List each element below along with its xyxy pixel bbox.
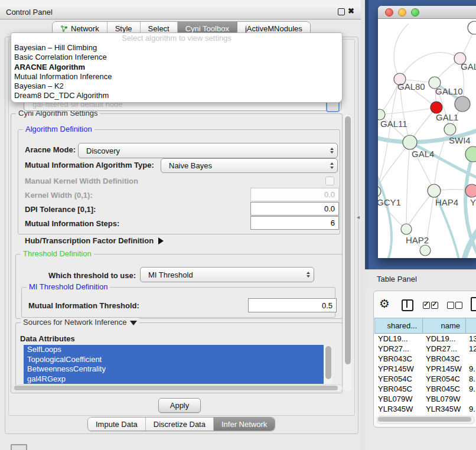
table-cell[interactable]: YBR045C [374,384,422,394]
gear-icon[interactable]: ⚙ [379,298,390,309]
attribute-item[interactable]: TopologicalCoefficient [24,355,324,365]
network-canvas[interactable]: GALGAL80GAL10GAL1GAL11SWI4GAL4GCY1HAP4YH… [378,19,476,258]
close-window-icon[interactable] [385,8,393,17]
network-node[interactable] [455,96,470,112]
new-table-icon[interactable] [471,297,476,311]
sources-group-title[interactable]: Sources for Network Inference [21,318,139,327]
table-cell[interactable]: YPR145W [374,364,422,374]
float-panel-icon[interactable] [338,8,345,15]
table-row[interactable]: YDR27...YDR27...12 [374,344,476,354]
dpi-tolerance-field[interactable]: 0.0 [250,202,339,216]
network-node[interactable] [444,123,456,135]
table-cell[interactable]: YLR345W [374,404,422,414]
manual-kernel-checkbox[interactable] [325,177,334,185]
table-cell[interactable]: YBL079W [422,394,465,404]
mi-steps-field[interactable]: 6 [250,216,339,230]
table-cell[interactable]: YLR345W [422,404,465,414]
attribute-item[interactable]: SelfLoops [24,345,324,355]
table-cell[interactable]: YDR27... [422,344,465,354]
tab-label: Style [115,24,132,33]
table-cell[interactable] [465,354,476,364]
table-cell[interactable]: YPR145W [422,364,465,374]
network-edge[interactable] [410,142,476,180]
close-panel-icon[interactable]: ✖ [348,6,354,15]
network-node[interactable] [428,184,441,197]
table-row[interactable]: YLR345WYLR345W9. [374,404,476,414]
table-cell[interactable]: 12 [465,344,476,354]
algorithm-option[interactable]: Basic Correlation Inference [11,53,342,62]
network-edge[interactable] [406,191,434,229]
table-cell[interactable]: 9. [465,364,476,374]
table-cell[interactable]: 9. [465,384,476,394]
column-header[interactable]: shared... [375,318,423,333]
column-header[interactable]: A [466,318,476,333]
panel-divider[interactable] [361,0,365,450]
table-cell[interactable]: 13 [465,334,476,344]
tab-infer-network[interactable]: Infer Network [214,418,275,431]
tab-discretize-data[interactable]: Discretize Data [146,418,214,431]
tab-impute-data[interactable]: Impute Data [88,418,146,431]
deselect-all-icon[interactable] [447,302,454,309]
table-cell[interactable]: 9. [465,404,476,414]
table-cell[interactable]: YBR045C [422,384,465,394]
table-row[interactable]: YPR145WYPR145W9. [374,364,476,374]
attribute-item[interactable]: BetweennessCentrality [24,364,324,374]
network-node[interactable] [420,245,431,256]
table-cell[interactable]: 8. [465,374,476,384]
algorithm-option[interactable]: Mutual Information Inference [11,72,342,81]
splitter-collapse-icon[interactable]: ◂ [357,214,360,220]
network-window-titlebar[interactable] [378,6,476,19]
table-cell[interactable]: YDL19... [374,334,422,344]
table-row[interactable]: YDL19...YDL19...13 [374,334,476,344]
network-edge[interactable] [378,168,392,258]
bottom-left-grip-icon[interactable] [11,444,27,450]
hub-definition-section[interactable]: Hub/Transcription Factor Definition [25,236,164,245]
minimize-window-icon[interactable] [398,8,406,17]
settings-hscrollbar-thumb[interactable] [14,386,338,390]
expand-right-icon[interactable] [158,237,164,244]
attribute-item[interactable]: gal4RGexp [24,374,324,384]
table-cell[interactable]: YDL19... [422,334,465,344]
split-columns-icon[interactable] [402,299,413,311]
network-edge[interactable] [378,79,400,191]
table-cell[interactable]: YER054C [422,374,465,384]
network-edge[interactable] [380,107,436,115]
attributes-scrollbar-thumb[interactable] [325,346,331,379]
table-row[interactable]: YBR043CYBR043C [374,354,476,364]
network-edge[interactable] [394,24,409,79]
collapse-down-icon[interactable] [130,321,137,325]
zoom-window-icon[interactable] [411,8,419,17]
mi-type-combobox[interactable]: Naive Bayes [161,158,338,173]
apply-button[interactable]: Apply [158,398,201,413]
algorithm-option[interactable]: Dream8 DC_TDC Algorithm [11,91,342,100]
table-row[interactable]: YBL079WYBL079W [374,394,476,404]
kernel-width-field[interactable]: 0.0 [250,188,339,201]
network-node[interactable] [431,102,442,113]
network-node[interactable] [465,146,476,162]
table-cell[interactable]: YDR27... [374,344,422,354]
select-all-check-icon[interactable] [423,302,430,309]
algorithm-option[interactable]: Bayesian – K2 [11,81,342,91]
algorithm-option[interactable]: ARACNE Algorithm [11,63,342,72]
mi-threshold-field[interactable]: 0.5 [248,298,337,312]
network-node[interactable] [468,21,476,34]
which-threshold-combobox[interactable]: MI Threshold [140,267,314,282]
table-hscrollbar-thumb[interactable] [378,417,471,422]
table-cell[interactable]: YBL079W [374,394,422,404]
algorithm-option[interactable]: Bayesian – Hill Climbing [11,43,342,53]
aracne-mode-combobox[interactable]: Discovery [78,143,338,158]
table-row[interactable]: YER054CYER054C8. [374,374,476,384]
column-header[interactable]: name [423,318,466,333]
table-cell[interactable]: YBR043C [422,354,465,364]
settings-scrollbar-thumb[interactable] [345,116,351,364]
network-edge[interactable] [406,142,410,229]
table-cell[interactable] [465,394,476,404]
network-node[interactable] [465,184,476,197]
network-node[interactable] [403,135,417,149]
table-cell[interactable]: YBR043C [374,354,422,364]
table-row[interactable]: YBR045CYBR045C9. [374,384,476,394]
select-all-check-icon[interactable] [431,302,438,309]
network-node[interactable] [401,224,412,234]
deselect-all-icon[interactable] [455,302,462,309]
table-cell[interactable]: YER054C [374,374,422,384]
